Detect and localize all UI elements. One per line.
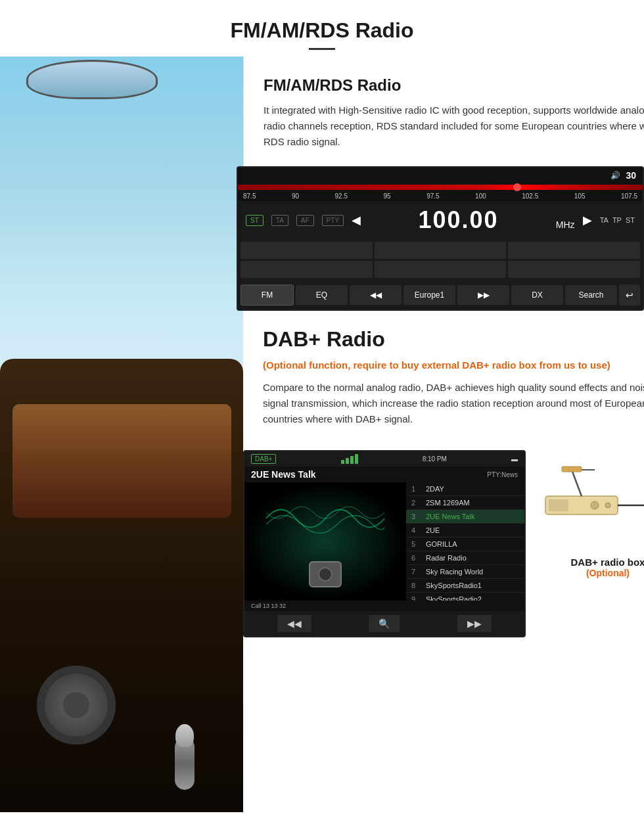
gear-shift xyxy=(175,737,195,790)
fm-button[interactable]: FM xyxy=(241,285,294,306)
volume-icon: 🔊 xyxy=(610,171,620,180)
radio-ui: 🔊 30 87.5 90 92.5 95 97.5 100 xyxy=(237,166,644,311)
radio-controls-row: ST TA AF PTY ◀ 100.00 MHz ▶ TA TP ST xyxy=(238,201,643,239)
page-header: FM/AM/RDS Radio xyxy=(0,0,644,57)
list-item-1[interactable]: 12DAY xyxy=(406,482,524,496)
list-item-3[interactable]: 32UE News Talk xyxy=(406,510,524,524)
dab-station-name: 2UE News Talk xyxy=(251,469,316,480)
freq-label-925: 92.5 xyxy=(335,193,348,200)
bottom-section: DAB+ 8:10 PM ▬ 2UE News Talk PTY:News xyxy=(243,440,644,651)
freq-label-1025: 102.5 xyxy=(522,193,538,200)
dab-main-area: 12DAY 22SM 1269AM 32UE News Talk 42UE 5G… xyxy=(244,482,524,601)
dab-station-row: 2UE News Talk PTY:News xyxy=(244,467,524,482)
freq-unit: MHz xyxy=(556,219,575,230)
search-button[interactable]: Search xyxy=(565,285,617,305)
badge-pty[interactable]: PTY xyxy=(322,215,344,226)
badge-st[interactable]: ST xyxy=(246,215,264,226)
preset-btn-1[interactable] xyxy=(241,242,373,259)
dab-visual-waves xyxy=(251,489,400,548)
steering-wheel xyxy=(37,666,116,744)
next-track-button[interactable]: ▶▶ xyxy=(457,285,509,305)
tag-ta: TA xyxy=(600,216,609,224)
signal-bar-4 xyxy=(355,454,358,464)
freq-label-95: 95 xyxy=(384,193,391,200)
preset-btn-6[interactable] xyxy=(508,261,640,278)
badge-ta[interactable]: TA xyxy=(271,215,288,226)
eq-button[interactable]: EQ xyxy=(296,285,348,305)
dab-optional-text: (Optional function, require to buy exter… xyxy=(263,358,644,372)
radio-ui-container: 🔊 30 87.5 90 92.5 95 97.5 100 xyxy=(237,166,644,311)
dab-description: Compare to the normal analog radio, DAB+… xyxy=(263,380,644,427)
dab-time: 8:10 PM xyxy=(423,455,447,463)
list-item-2[interactable]: 22SM 1269AM xyxy=(406,496,524,510)
list-item-5[interactable]: 5GORILLA xyxy=(406,538,524,551)
right-section: FM/AM/RDS Radio It integrated with High-… xyxy=(243,57,644,812)
tag-st: ST xyxy=(626,216,635,224)
dab-next-button[interactable]: ▶▶ xyxy=(457,615,492,632)
list-item-4[interactable]: 42UE xyxy=(406,524,524,538)
dab-section: DAB+ Radio (Optional function, require t… xyxy=(243,311,644,440)
preset-grid xyxy=(238,239,643,281)
radio-tags: TA TP ST xyxy=(600,216,635,224)
badge-af[interactable]: AF xyxy=(296,215,314,226)
freq-next-button[interactable]: ▶ xyxy=(583,213,592,227)
list-item-7[interactable]: 7Sky Racing World xyxy=(406,565,524,579)
preset-btn-4[interactable] xyxy=(241,261,373,278)
svg-rect-1 xyxy=(549,499,568,511)
freq-labels: 87.5 90 92.5 95 97.5 100 102.5 105 107.5 xyxy=(238,191,643,201)
dab-station-list: 12DAY 22SM 1269AM 32UE News Talk 42UE 5G… xyxy=(406,482,524,601)
preset-btn-2[interactable] xyxy=(375,242,507,259)
page-title: FM/AM/RDS Radio xyxy=(13,18,631,43)
dab-battery: ▬ xyxy=(511,455,518,463)
list-item-6[interactable]: 6Radar Radio xyxy=(406,551,524,565)
europe1-button[interactable]: Europe1 xyxy=(403,285,455,305)
rearview-mirror xyxy=(26,60,158,99)
signal-bar-3 xyxy=(350,456,354,464)
svg-point-2 xyxy=(591,501,599,509)
freq-label-100: 100 xyxy=(475,193,486,200)
dab-box-svg xyxy=(536,463,644,549)
car-image-section xyxy=(0,57,243,812)
svg-line-4 xyxy=(572,470,582,496)
freq-label-1075: 107.5 xyxy=(621,193,637,200)
radio-top-bar: 🔊 30 xyxy=(238,168,643,183)
dab-box-section: DAB+ radio box (Optional) xyxy=(536,450,644,578)
dab-prev-button[interactable]: ◀◀ xyxy=(277,615,311,632)
signal-bar-1 xyxy=(341,460,344,464)
dab-bottom-controls: ◀◀ 🔍 ▶▶ xyxy=(244,611,524,636)
svg-point-3 xyxy=(605,503,610,508)
dab-call-bar: Call 13 13 32 xyxy=(244,601,524,611)
dab-visual xyxy=(244,482,406,601)
dab-box-label: DAB+ radio box xyxy=(571,557,644,568)
freq-bar-track[interactable] xyxy=(238,185,643,190)
freq-label-975: 97.5 xyxy=(426,193,439,200)
dab-call-text: Call 13 13 32 xyxy=(251,603,286,609)
preset-btn-3[interactable] xyxy=(508,242,640,259)
dab-pty: PTY:News xyxy=(487,471,518,478)
freq-label-875: 87.5 xyxy=(243,193,256,200)
dab-camera-icon xyxy=(309,561,342,587)
dx-button[interactable]: DX xyxy=(511,285,563,305)
list-item-8[interactable]: 8SkySportsRadio1 xyxy=(406,579,524,593)
dab-heading: DAB+ Radio xyxy=(263,327,644,352)
main-content: FM/AM/RDS Radio It integrated with High-… xyxy=(0,57,644,812)
freq-bar-container xyxy=(238,183,643,191)
list-item-9[interactable]: 9SkySportsRadio2 xyxy=(406,593,524,601)
volume-number: 30 xyxy=(626,170,636,181)
signal-bar-2 xyxy=(346,458,349,464)
preset-btn-5[interactable] xyxy=(375,261,507,278)
dab-box-optional: (Optional) xyxy=(586,568,630,578)
dab-search-button[interactable]: 🔍 xyxy=(369,615,400,632)
freq-label-105: 105 xyxy=(574,193,586,200)
freq-indicator xyxy=(513,183,521,191)
back-button[interactable]: ↩ xyxy=(619,285,640,306)
freq-display: 100.00 xyxy=(369,206,548,234)
tag-tp: TP xyxy=(612,216,622,224)
fm-description: It integrated with High-Sensitive radio … xyxy=(264,103,644,150)
dab-ui: DAB+ 8:10 PM ▬ 2UE News Talk PTY:News xyxy=(243,450,526,637)
fm-heading: FM/AM/RDS Radio xyxy=(264,76,644,95)
title-underline xyxy=(309,48,335,50)
radio-bottom-controls: FM EQ ◀◀ Europe1 ▶▶ DX Search ↩ xyxy=(238,281,643,309)
freq-prev-button[interactable]: ◀ xyxy=(352,213,361,227)
prev-track-button[interactable]: ◀◀ xyxy=(350,285,402,305)
